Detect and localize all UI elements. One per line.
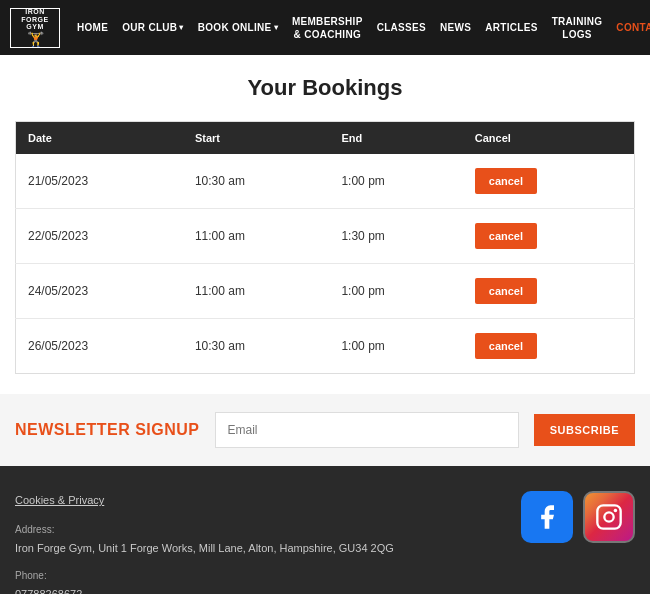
col-header-start: Start [183,122,330,155]
cell-cancel: cancel [463,154,635,209]
cell-start: 11:00 am [183,264,330,319]
bookings-table: Date Start End Cancel 21/05/2023 10:30 a… [15,121,635,374]
cell-cancel: cancel [463,319,635,374]
nav-articles[interactable]: ARTICLES [478,22,544,33]
cell-end: 1:00 pm [329,319,462,374]
cancel-button-3[interactable]: cancel [475,333,537,359]
cancel-button-0[interactable]: cancel [475,168,537,194]
chevron-down-icon: ▾ [274,23,278,32]
col-header-cancel: Cancel [463,122,635,155]
cell-date: 22/05/2023 [16,209,183,264]
cell-end: 1:30 pm [329,209,462,264]
cell-start: 11:00 am [183,209,330,264]
newsletter-title: NEWSLETTER SIGNUP [15,421,200,439]
nav-our-club[interactable]: OUR CLUB ▾ [115,22,191,33]
svg-point-2 [614,509,618,512]
col-header-end: End [329,122,462,155]
email-input[interactable] [215,412,519,448]
table-row: 24/05/2023 11:00 am 1:00 pm cancel [16,264,635,319]
col-header-date: Date [16,122,183,155]
nav-links: HOME OUR CLUB ▾ BOOK ONLINE ▾ MEMBERSHIP… [70,15,650,41]
cell-start: 10:30 am [183,154,330,209]
newsletter-section: NEWSLETTER SIGNUP SUBSCRIBE [0,394,650,466]
nav-training-logs[interactable]: TRAININGLOGS [545,15,610,41]
top-navigation: IRON FORGE GYM 🏋 HOME OUR CLUB ▾ BOOK ON… [0,0,650,55]
cell-start: 10:30 am [183,319,330,374]
nav-classes[interactable]: CLASSES [370,22,433,33]
cancel-button-2[interactable]: cancel [475,278,537,304]
nav-membership[interactable]: MEMBERSHIP& COACHING [285,15,370,41]
nav-contact[interactable]: CONTACT [609,22,650,33]
cell-end: 1:00 pm [329,264,462,319]
nav-news[interactable]: NEWS [433,22,478,33]
facebook-icon[interactable] [521,491,573,543]
cell-date: 26/05/2023 [16,319,183,374]
cell-cancel: cancel [463,209,635,264]
nav-home[interactable]: HOME [70,22,115,33]
cell-end: 1:00 pm [329,154,462,209]
logo[interactable]: IRON FORGE GYM 🏋 [10,8,60,48]
subscribe-button[interactable]: SUBSCRIBE [534,414,635,446]
nav-book-online[interactable]: BOOK ONLINE ▾ [191,22,285,33]
cell-cancel: cancel [463,264,635,319]
phone-label: Phone: [15,567,394,585]
main-content: Your Bookings Date Start End Cancel 21/0… [0,55,650,394]
social-icons [521,491,635,543]
svg-rect-0 [597,505,620,528]
cancel-button-1[interactable]: cancel [475,223,537,249]
footer-info: Cookies & Privacy Address: Iron Forge Gy… [15,491,394,594]
cell-date: 21/05/2023 [16,154,183,209]
svg-point-1 [604,512,613,521]
address-value: Iron Forge Gym, Unit 1 Forge Works, Mill… [15,539,394,559]
instagram-icon[interactable] [583,491,635,543]
phone-value: 07788268672 [15,585,394,594]
chevron-down-icon: ▾ [179,23,183,32]
logo-icon: 🏋 [27,31,44,47]
cell-date: 24/05/2023 [16,264,183,319]
footer: Cookies & Privacy Address: Iron Forge Gy… [0,466,650,594]
address-label: Address: [15,521,394,539]
logo-text: IRON FORGE GYM [15,8,55,31]
table-row: 22/05/2023 11:00 am 1:30 pm cancel [16,209,635,264]
cookies-privacy-link[interactable]: Cookies & Privacy [15,491,394,511]
table-row: 21/05/2023 10:30 am 1:00 pm cancel [16,154,635,209]
page-title: Your Bookings [15,75,635,101]
table-row: 26/05/2023 10:30 am 1:00 pm cancel [16,319,635,374]
